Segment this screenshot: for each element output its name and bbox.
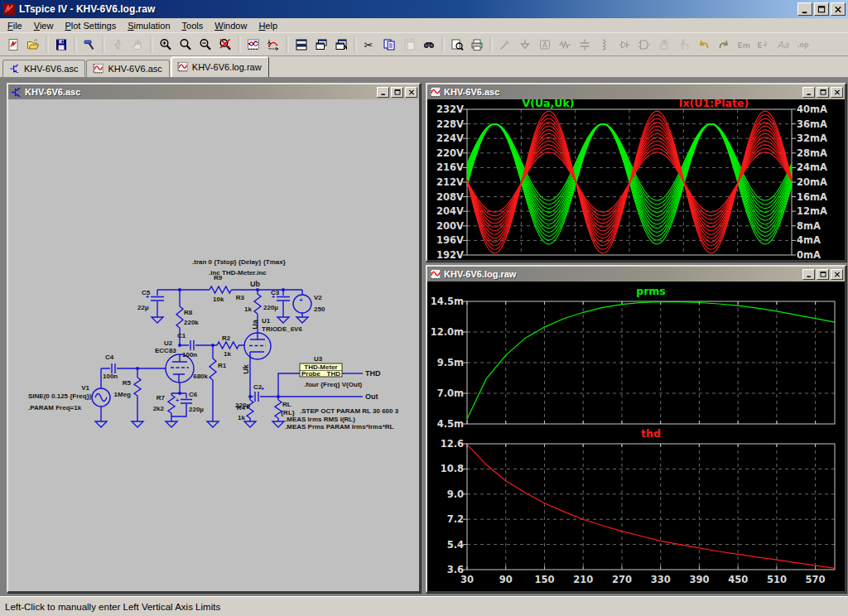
log-maximize-button[interactable] (817, 269, 829, 280)
log-minimize-button[interactable] (802, 269, 815, 280)
resistor-icon (555, 35, 575, 54)
find-icon[interactable] (419, 35, 439, 54)
menu-item-simulation[interactable]: Simulation (122, 19, 176, 32)
r1-ref: R1 (218, 362, 227, 369)
menu-item-tools[interactable]: Tools (176, 19, 210, 32)
log-window-title: KHV-6V6.log.raw (444, 269, 801, 279)
zoom-back-icon[interactable] (176, 35, 195, 54)
u1-ref: U1 (262, 317, 271, 325)
redo-icon[interactable] (714, 35, 734, 54)
legend-v-ua-uk[interactable]: V(Ua,Uk) (523, 99, 575, 109)
u2-value: ECC83 (155, 347, 176, 354)
waveform-window-titlebar[interactable]: KHV-6V6.asc (427, 84, 845, 99)
print-preview-icon[interactable] (447, 35, 467, 54)
schematic-window-titlebar[interactable]: KHV-6V6.asc (8, 84, 419, 99)
toolbar-separator (75, 36, 77, 53)
menu-item-plot-settings[interactable]: Plot Settings (59, 19, 122, 32)
waveform-maximize-button[interactable] (817, 87, 829, 98)
legend-ix-u1-plate[interactable]: Ix(U1:Plate) (679, 99, 749, 109)
open-file-icon[interactable] (23, 35, 43, 54)
v2-ref: V2 (314, 294, 322, 301)
c3-plus: + (272, 294, 275, 300)
directive-tran: .tran 0 {Tstop} {Delay} {Tmax} (192, 258, 286, 266)
print-icon[interactable] (467, 35, 487, 54)
arrange-windows-icon[interactable] (331, 35, 351, 54)
app-maximize-button[interactable] (814, 2, 829, 16)
copy-icon[interactable] (379, 35, 399, 54)
plot-settings-icon[interactable] (263, 35, 283, 54)
cascade-windows-icon[interactable] (311, 35, 331, 54)
waveform-minimize-button[interactable] (802, 87, 815, 98)
tab-khv-6v6.asc-0[interactable]: KHV-6V6.asc (2, 60, 85, 77)
y-left-tick-label: 232V (436, 103, 464, 115)
tab-bar: KHV-6V6.ascKHV-6V6.ascKHV-6V6.log.raw (0, 56, 848, 78)
control-panel-icon[interactable] (80, 35, 99, 54)
r7-value: 2k2 (153, 405, 165, 412)
y-right-tick-label: 32mA (797, 132, 827, 144)
menu-item-view[interactable]: View (28, 19, 60, 32)
plot-frame (467, 444, 835, 570)
schematic-minimize-button[interactable] (377, 87, 389, 98)
directive-meas-prms: .MEAS Prms PARAM Irms*Irms*RL (285, 423, 394, 431)
c1-ref: C1 (177, 332, 186, 339)
waveform-pane-icon[interactable] (243, 35, 263, 54)
x-tick-label: 510 (767, 574, 787, 585)
menu-item-file[interactable]: File (2, 19, 28, 32)
y-left-tick-label: 200V (436, 220, 464, 232)
y-left-tick-label: 216V (436, 161, 464, 173)
save-icon[interactable] (51, 35, 71, 54)
menu-item-help[interactable]: Help (253, 19, 283, 32)
svg-text:✂: ✂ (364, 39, 373, 51)
r7-ref: R7 (157, 394, 166, 402)
directive-four: .four {Freq} V(Out) (304, 381, 363, 388)
waveform-tab-icon (176, 61, 189, 73)
log-close-button[interactable] (831, 269, 843, 280)
schematic-window: KHV-6V6.asc (7, 83, 421, 593)
v1-value: SINE(0 0.125 {Freq}) (28, 392, 92, 400)
u1-value: TRIODE_6V6 (262, 325, 302, 333)
new-schematic-icon[interactable] (3, 35, 23, 54)
directive-step: .STEP OCT PARAM RL 30 600 3 (300, 407, 399, 415)
run-icon (108, 35, 128, 54)
x-tick-label: 270 (612, 574, 632, 585)
schematic-close-button[interactable] (405, 87, 417, 98)
svg-text:E: E (758, 41, 763, 49)
tile-windows-icon[interactable] (292, 35, 311, 54)
cut-icon[interactable]: ✂ (359, 35, 379, 54)
c6-plus: + (176, 397, 179, 403)
pane-title-thd[interactable]: thd (641, 427, 661, 440)
zoom-in-icon[interactable] (156, 35, 176, 54)
zoom-out-icon[interactable] (195, 35, 215, 54)
y-right-tick-label: 28mA (797, 147, 827, 159)
schematic-maximize-button[interactable] (391, 87, 403, 98)
schematic-tab-icon (8, 63, 21, 75)
app-close-button[interactable] (831, 2, 846, 16)
undo-icon[interactable] (694, 35, 714, 54)
menu-item-window[interactable]: Window (209, 19, 253, 32)
waveform-plot-area[interactable]: 232V40mA228V36mA224V32mA220V28mA216V24mA… (427, 99, 845, 260)
tab-khv-6v6.log.raw-2[interactable]: KHV-6V6.log.raw (171, 56, 269, 77)
rl-ref: RL (282, 401, 292, 408)
pane-title-prms[interactable]: prms (636, 285, 666, 297)
y-tick-label: 4.5m (437, 418, 464, 430)
c6-value: 220µ (189, 406, 204, 413)
r3-ref: R3 (236, 294, 245, 301)
x-tick-label: 570 (806, 574, 826, 585)
waveform-close-button[interactable] (831, 87, 843, 98)
r8-ref: R8 (184, 309, 193, 316)
y-left-tick-label: 208V (436, 191, 464, 203)
r2-value: 1k (224, 350, 231, 358)
zoom-full-extents-icon[interactable] (215, 35, 235, 54)
schematic-doc-icon (10, 86, 22, 98)
net-label-thd: THD (365, 369, 381, 378)
toolbar-separator (442, 36, 445, 53)
app-logo-icon (2, 2, 16, 16)
app-minimize-button[interactable] (797, 2, 812, 16)
halt-icon (128, 35, 147, 54)
log-plot-area[interactable]: prms14.5m12.0m9.5m7.0m4.5mthd12.610.89.0… (427, 282, 845, 591)
schematic-canvas[interactable]: .tran 0 {Tstop} {Delay} {Tmax} .inc THD-… (8, 99, 419, 591)
tab-label: KHV-6V6.asc (24, 64, 78, 74)
log-window-titlebar[interactable]: KHV-6V6.log.raw (427, 267, 845, 282)
tab-khv-6v6.asc-1[interactable]: KHV-6V6.asc (86, 60, 169, 77)
x-tick-label: 210 (573, 574, 593, 585)
